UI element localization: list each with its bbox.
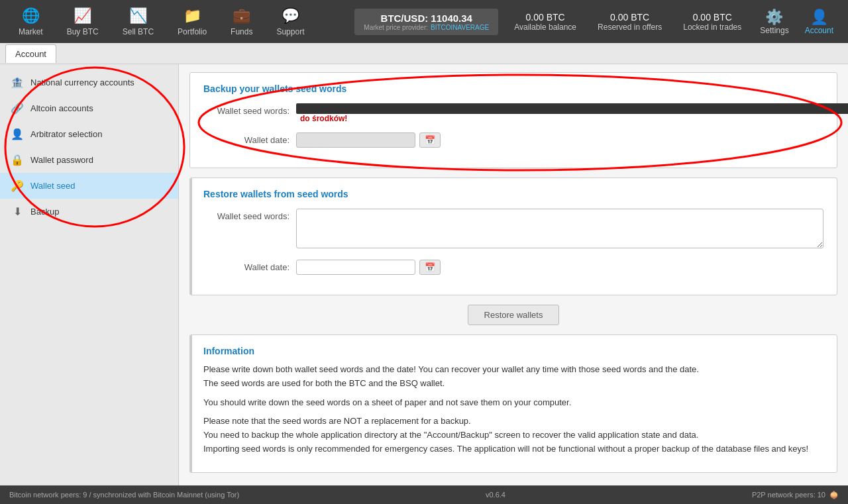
- tab-bar: Account: [0, 43, 848, 64]
- nav-market[interactable]: 🌐 Market: [7, 0, 55, 43]
- settings-icon: ⚙️: [765, 9, 783, 26]
- restore-title: Restore wallets from seed words: [203, 189, 823, 199]
- restore-seed-label: Wallet seed words:: [203, 209, 290, 221]
- account-label: Account: [805, 26, 833, 35]
- backup-seed-row: Wallet seed words: █████████████████████…: [203, 103, 823, 123]
- wallet-password-icon: 🔒: [11, 154, 24, 166]
- info-section: Information Please write down both walle…: [189, 334, 837, 473]
- restore-button-container: Restore wallets: [189, 305, 837, 325]
- locked-in-trades: 0.00 BTC Locked in trades: [672, 12, 752, 32]
- available-balance-label: Available balance: [514, 23, 576, 32]
- restore-calendar-button[interactable]: 📅: [419, 260, 441, 275]
- sidebar-item-altcoin[interactable]: 🔗 Altcoin accounts: [0, 95, 178, 121]
- restore-date-row: Wallet date: 📅: [203, 260, 823, 275]
- status-bar: Bitcoin network peers: 9 / synchronized …: [0, 485, 848, 504]
- info-paragraph-2: You should write down the seed words on …: [203, 396, 823, 410]
- arbitrator-icon: 👤: [11, 128, 24, 140]
- sidebar-item-backup[interactable]: ⬇ Backup: [0, 199, 178, 225]
- sidebar-item-arbitrator[interactable]: 👤 Arbitrator selection: [0, 121, 178, 147]
- backup-section: Backup your wallets seed words Wallet se…: [189, 72, 837, 168]
- funds-icon: 💼: [233, 7, 250, 25]
- info-paragraph-1: Please write down both wallet seed words…: [203, 363, 823, 391]
- buy-btc-icon: 📈: [74, 7, 91, 25]
- reserved-offers-value: 0.00 BTC: [610, 12, 649, 23]
- settings-label: Settings: [760, 26, 788, 35]
- locked-trades-label: Locked in trades: [683, 23, 741, 32]
- tab-account[interactable]: Account: [5, 44, 56, 63]
- info-title: Information: [203, 346, 823, 356]
- status-left: Bitcoin network peers: 9 / synchronized …: [9, 491, 239, 499]
- info-paragraph-3: Please note that the seed words are NOT …: [203, 415, 823, 456]
- nav-market-label: Market: [19, 27, 43, 36]
- backup-seed-label: Wallet seed words:: [203, 103, 290, 116]
- backup-date-row: Wallet date: 📅: [203, 132, 823, 148]
- nav-account[interactable]: 👤 Account: [797, 9, 841, 35]
- restore-seed-row: Wallet seed words:: [203, 209, 823, 250]
- available-balance: 0.00 BTC Available balance: [504, 12, 587, 32]
- backup-date-label: Wallet date:: [203, 132, 290, 145]
- nav-buy-btc-label: Buy BTC: [67, 27, 99, 36]
- sidebar-label-backup: Backup: [30, 207, 59, 217]
- account-icon: 👤: [810, 9, 828, 26]
- top-navigation: 🌐 Market 📈 Buy BTC 📉 Sell BTC 📁 Portfoli…: [0, 0, 848, 43]
- nav-support-label: Support: [276, 27, 304, 36]
- seed-words-blurred: ████████████████████████████████████████…: [296, 103, 848, 114]
- nav-support[interactable]: 💬 Support: [264, 0, 316, 43]
- restore-wallets-button[interactable]: Restore wallets: [468, 305, 560, 325]
- sidebar-label-national-currency: National currency accounts: [30, 77, 134, 87]
- backup-title: Backup your wallets seed words: [203, 83, 823, 94]
- content-area: Backup your wallets seed words Wallet se…: [179, 64, 848, 485]
- backup-icon: ⬇: [11, 205, 24, 218]
- reserved-in-offers: 0.00 BTC Reserved in offers: [587, 12, 672, 32]
- restore-date-value: 📅: [296, 260, 823, 275]
- tab-account-label: Account: [15, 49, 46, 59]
- support-icon: 💬: [282, 7, 299, 25]
- seed-warning-text: do środków!: [300, 114, 347, 123]
- sidebar-item-national-currency[interactable]: 🏦 National currency accounts: [0, 70, 178, 95]
- nav-settings[interactable]: ⚙️ Settings: [752, 9, 796, 35]
- national-currency-icon: 🏦: [11, 76, 24, 89]
- price-provider-name: BITCOINAVERAGE: [431, 24, 489, 31]
- nav-funds[interactable]: 💼 Funds: [219, 0, 264, 43]
- price-value: BTC/USD: 11040.34: [381, 13, 472, 24]
- restore-marker: [189, 178, 192, 295]
- restore-seed-value: [296, 209, 823, 250]
- tor-icon: 🧅: [829, 491, 839, 499]
- backup-seed-value: ████████████████████████████████████████…: [296, 103, 848, 123]
- sidebar-label-wallet-password: Wallet password: [30, 155, 93, 165]
- nav-sell-btc[interactable]: 📉 Sell BTC: [111, 0, 166, 43]
- altcoin-icon: 🔗: [11, 102, 24, 115]
- sell-btc-icon: 📉: [129, 7, 147, 25]
- nav-buy-btc[interactable]: 📈 Buy BTC: [55, 0, 111, 43]
- reserved-offers-label: Reserved in offers: [598, 23, 662, 32]
- main-layout: 🏦 National currency accounts 🔗 Altcoin a…: [0, 64, 848, 485]
- sidebar-label-arbitrator: Arbitrator selection: [30, 129, 102, 139]
- portfolio-icon: 📁: [184, 7, 201, 25]
- sidebar-label-altcoin: Altcoin accounts: [30, 103, 93, 113]
- nav-sell-btc-label: Sell BTC: [123, 27, 154, 36]
- price-provider-label: Market price provider:: [364, 24, 428, 31]
- market-icon: 🌐: [22, 7, 40, 25]
- backup-calendar-button[interactable]: 📅: [419, 132, 441, 148]
- restore-date-label: Wallet date:: [203, 260, 290, 272]
- restore-section: Restore wallets from seed words Wallet s…: [189, 177, 837, 295]
- nav-funds-label: Funds: [231, 27, 252, 36]
- price-box[interactable]: BTC/USD: 11040.34 Market price provider:…: [354, 9, 498, 35]
- info-marker: [189, 335, 192, 472]
- restore-seed-textarea[interactable]: [296, 209, 823, 248]
- nav-portfolio-label: Portfolio: [178, 27, 207, 36]
- p2p-peers: P2P network peers: 10: [752, 491, 825, 499]
- status-center: v0.6.4: [486, 491, 505, 499]
- nav-portfolio[interactable]: 📁 Portfolio: [166, 0, 219, 43]
- backup-date-input[interactable]: [296, 132, 415, 148]
- available-balance-value: 0.00 BTC: [526, 12, 565, 23]
- locked-trades-value: 0.00 BTC: [693, 12, 732, 23]
- price-sub: Market price provider: BITCOINAVERAGE: [364, 24, 489, 31]
- backup-date-value: 📅: [296, 132, 823, 148]
- wallet-seed-icon: 🔑: [11, 179, 24, 192]
- sidebar-item-wallet-password[interactable]: 🔒 Wallet password: [0, 147, 178, 173]
- sidebar-label-wallet-seed: Wallet seed: [30, 181, 75, 191]
- sidebar-item-wallet-seed[interactable]: 🔑 Wallet seed: [0, 173, 178, 199]
- restore-date-input[interactable]: [296, 260, 415, 275]
- status-right: P2P network peers: 10 🧅: [752, 491, 839, 499]
